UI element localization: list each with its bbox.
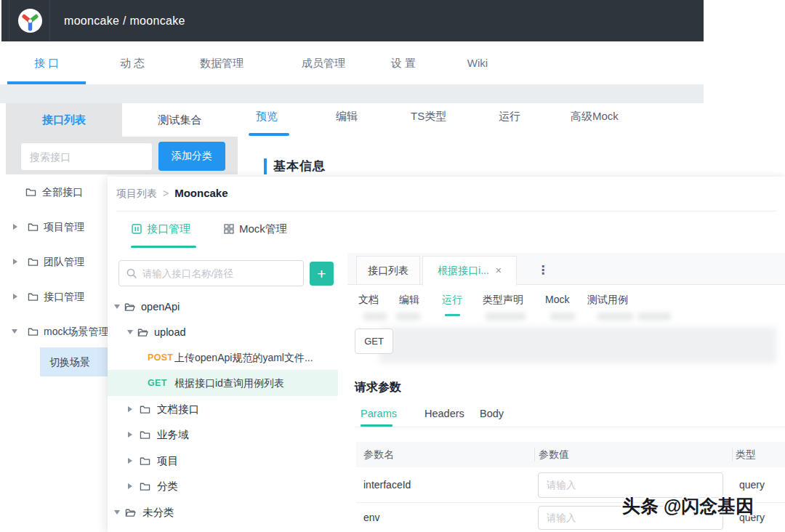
caret-right-icon xyxy=(13,259,17,265)
sidebar-item-label: 项目管理 xyxy=(44,215,84,238)
tab-preview[interactable]: 预览 xyxy=(256,103,278,135)
col-header-type: 类型 xyxy=(736,442,756,467)
sidebar-tree: 全部接口 项目管理 团队管理 接口管理 mock场景管理 切换场景 xyxy=(6,174,108,390)
method-get-badge: GET xyxy=(148,370,167,396)
params-table: 参数名 参数值 类型 interfaceId query env query xyxy=(356,442,785,532)
nav-tab-member-mgmt[interactable]: 成员管理 xyxy=(285,41,362,84)
sidebar-item-all-interfaces[interactable]: 全部接口 xyxy=(6,180,108,203)
watermark: 头条 @闪念基因 xyxy=(622,494,775,518)
yapi-logo-icon xyxy=(17,8,43,33)
doc-tab-active[interactable]: 根据接口i...× xyxy=(422,256,517,286)
subtab-edit[interactable]: 编辑 xyxy=(399,291,419,308)
tree-node-business-domain[interactable]: 业务域 xyxy=(108,422,338,447)
tree-node-project[interactable]: 项目 xyxy=(108,448,338,473)
tree-node-label: 未分类 xyxy=(142,500,174,525)
column-divider xyxy=(732,448,733,462)
nav-tab-settings[interactable]: 设 置 xyxy=(365,41,442,84)
breadcrumb-divider xyxy=(116,211,776,211)
doc-tab-interface-list[interactable]: 接口列表 xyxy=(356,256,420,285)
sidebar-item-label: 团队管理 xyxy=(44,250,84,273)
caret-down-icon xyxy=(114,510,120,515)
folder-icon xyxy=(28,291,39,302)
blurred-url-bar xyxy=(379,327,776,363)
subtab-type-declaration[interactable]: 类型声明 xyxy=(483,291,523,308)
tree-node-category[interactable]: 分类 xyxy=(108,474,338,499)
caret-right-icon xyxy=(128,458,132,464)
subtab-test-case[interactable]: 测试用例 xyxy=(587,291,628,308)
tab-mock-management[interactable]: Mock管理 xyxy=(224,220,287,243)
tree-node-get-case-list[interactable]: GET 根据接口id查询用例列表 xyxy=(108,370,338,396)
sidebar-item-mock-scene-mgmt[interactable]: mock场景管理 xyxy=(6,320,108,343)
param-name-cell: env xyxy=(363,503,380,532)
active-subtab-underline xyxy=(445,314,460,316)
folder-icon xyxy=(25,187,36,197)
api-name: 上传openApi规范的yaml文件... xyxy=(174,345,313,370)
breadcrumb: 项目列表>Mooncake xyxy=(116,187,228,201)
tree-node-doc-interface[interactable]: 文档接口 xyxy=(108,397,338,422)
sidebar-tab-interface-list[interactable]: 接口列表 xyxy=(6,103,122,137)
basic-info-section-header: 基本信息 xyxy=(264,157,326,175)
sidebar-item-project-mgmt[interactable]: 项目管理 xyxy=(6,215,108,238)
section-title: 基本信息 xyxy=(273,158,326,174)
api-name: 根据接口id查询用例列表 xyxy=(174,370,284,396)
subtab-doc[interactable]: 文档 xyxy=(358,291,379,308)
param-tab-params[interactable]: Params xyxy=(361,406,397,422)
sidebar-item-label: mock场景管理 xyxy=(44,320,108,343)
breadcrumb-project-list[interactable]: 项目列表 xyxy=(116,188,157,199)
param-tabs-divider xyxy=(355,427,785,427)
search-icon xyxy=(126,267,137,279)
app-window: mooncake / mooncake 接 口 动 态 数据管理 成员管理 设 … xyxy=(0,0,785,532)
caret-right-icon xyxy=(13,294,17,299)
tab-ts-type[interactable]: TS类型 xyxy=(411,103,446,135)
sidebar-item-label: 全部接口 xyxy=(42,180,83,203)
tree-node-post-upload-yaml[interactable]: POST 上传openApi规范的yaml文件... xyxy=(108,345,338,370)
tab-label: 接口管理 xyxy=(147,222,190,235)
tree-node-uncategorized[interactable]: 未分类 xyxy=(108,500,338,525)
tab-interface-management[interactable]: 接口管理 xyxy=(132,220,190,243)
api-search-input[interactable] xyxy=(142,261,299,286)
add-category-button[interactable]: 添加分类 xyxy=(158,142,225,171)
nav-tab-interface-label: 接 口 xyxy=(34,57,59,69)
param-tab-body[interactable]: Body xyxy=(480,406,504,422)
caret-down-icon xyxy=(12,329,17,334)
tab-edit[interactable]: 编辑 xyxy=(336,103,358,135)
tab-advanced-mock[interactable]: 高级Mock xyxy=(571,103,619,135)
subtab-run[interactable]: 运行 xyxy=(442,291,462,308)
blurred-content xyxy=(486,313,526,321)
blurred-content xyxy=(638,313,671,321)
param-tab-headers[interactable]: Headers xyxy=(424,406,464,422)
nav-tab-activity[interactable]: 动 态 xyxy=(94,41,170,84)
tree-node-label: 项目 xyxy=(157,448,178,473)
sidebar-item-switch-scene[interactable]: 切换场景 xyxy=(40,347,108,376)
sliders-icon xyxy=(132,224,142,234)
sidebar-item-team-mgmt[interactable]: 团队管理 xyxy=(6,250,108,273)
header-divider-strip xyxy=(0,84,704,103)
caret-right-icon xyxy=(128,406,132,412)
interface-detail-tabs: 预览 编辑 TS类型 运行 高级Mock xyxy=(240,103,704,138)
col-header-param-value: 参数值 xyxy=(539,442,569,467)
sidebar-tab-test-collection[interactable]: 测试集合 xyxy=(122,103,238,137)
folder-icon xyxy=(140,430,150,440)
nav-tab-data-mgmt[interactable]: 数据管理 xyxy=(183,41,260,84)
close-tab-icon[interactable]: × xyxy=(496,265,502,276)
breadcrumb-separator: > xyxy=(163,188,169,199)
sidebar-item-interface-mgmt[interactable]: 接口管理 xyxy=(6,285,108,308)
tree-node-upload[interactable]: upload xyxy=(108,320,338,344)
more-options-icon[interactable]: ⋮ xyxy=(531,256,555,285)
document-tab-bar: 接口列表 根据接口i...× ⋮ xyxy=(347,253,785,285)
method-select[interactable]: GET xyxy=(355,329,393,354)
caret-down-icon xyxy=(127,330,133,334)
sidebar-search-input[interactable] xyxy=(20,142,153,171)
folder-icon xyxy=(140,456,150,466)
folder-open-icon xyxy=(28,326,39,336)
request-params-title: 请求参数 xyxy=(355,380,401,395)
add-api-button[interactable]: + xyxy=(310,262,334,286)
blurred-content xyxy=(550,313,575,321)
tree-node-openapi[interactable]: openApi xyxy=(108,294,338,319)
method-post-badge: POST xyxy=(148,345,173,370)
logo-container[interactable] xyxy=(9,0,50,41)
nav-tab-wiki[interactable]: Wiki xyxy=(451,41,504,84)
nav-tab-interface[interactable]: 接 口 xyxy=(7,41,86,84)
subtab-mock[interactable]: Mock xyxy=(545,291,569,308)
tab-run[interactable]: 运行 xyxy=(499,103,520,135)
